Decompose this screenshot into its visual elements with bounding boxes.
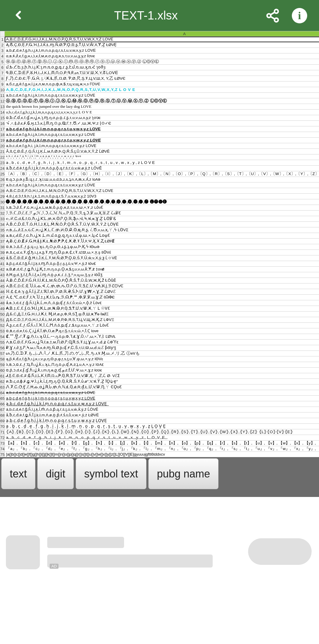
cell[interactable]: Ⓐ,Ⓑ,Ⓒ,Ⓓ,Ⓔ,Ⓕ,Ⓖ,Ⓗ,Ⓘ,Ⓙ,Ⓚ,Ⓛ,Ⓜ,Ⓝ,Ⓞ,Ⓟ,Ⓠ,Ⓡ,Ⓢ,Ⓣ,… <box>5 98 319 104</box>
cell[interactable]: a̯ , b̯ , c̯ , d̯ , e̯ , f̯ , g̯ , h̯ , … <box>5 424 319 429</box>
cell[interactable]: 〔A〕,〔B〕,〔C〕,〔D〕,〔E〕,〔F〕,〔G〕,〔H〕,〔I〕,〔J〕,… <box>5 171 319 177</box>
row-header[interactable]: 75 <box>0 452 5 457</box>
col-header-A[interactable]: A <box>5 31 319 37</box>
cell[interactable]: a,b,c,d,e,f,g,h,i,j,k,l,m,n,o,p,q,r,s,t,… <box>5 396 319 401</box>
cell[interactable]: a,b,ȼ,d,e,f,g,h,ı,j,k,l,m,n,o,p,q,r,s,t,… <box>5 48 319 53</box>
row-header[interactable]: 61 <box>0 373 5 379</box>
row-header[interactable]: 10 <box>0 87 5 93</box>
row-header[interactable]: 11 <box>0 93 5 98</box>
tab-symbol-text[interactable]: symbol text <box>76 458 147 489</box>
cell[interactable]: A,B,C,D,E,F,G,H,I,J,K,L,M,N,O,P,Q,R,S,T,… <box>5 37 319 42</box>
cell[interactable]: ꪊ,⊂,₲,∂,є,₣,₲,ӈ,ɪ,ʖ,ĸ,⌊,ᗰ,ղ,⊙,p,Ҩ,Γ,†,Ծ,… <box>5 121 319 126</box>
cell[interactable]: Â,ß,Ç,Ð,È,ƒ,Ģ,ĥ,î,ĵ,Ķ,Ĺ,м,ñ,Ø,Þ,Q,Ŕ,Š,ţ,… <box>5 149 319 154</box>
row-header[interactable]: 3 <box>0 48 5 53</box>
cell[interactable]: a,b,c,d,e,f,g,h,i,j,k,l,m,n,o,p,q,r,s,t,… <box>5 93 319 98</box>
cell[interactable]: A,Ᏼ,Ͼ,D,Ͼ,₢,Ⴎ,ΰ,ԃ,∢,ℒ,₥,₥,ԉ,℧,Ꮅ,G,ℛ,Ꮥ,Ꮭ,… <box>5 283 319 289</box>
cell[interactable]: Ꮧ,₿,Ͼ,Đ,Є,₣,₲,Ⴌ,ɪ,Ꮣ,Ꮶ,ƚ,ᗰ,Ŋ,ℴ,Ҏ,ℚ,Ꮢ,Ꮥ,Ꭲ,… <box>5 373 319 379</box>
cell[interactable]: Ƒ,乃,Ć,Ð,Є,千,Ǥ,Ĥ, |, ʲ,Ҝ,Ⱡ,爪,Ŋ,Ø, Ƥ,Ø,尺,Ş… <box>5 76 319 81</box>
cell[interactable]: ā,β,ç,d,£,f,ğ,ĥ,ī,ĵ,ķ,ŧ,ɱ,n̄,ō,p,ǭ,ŗ,ş,ţ… <box>5 261 319 267</box>
tab-digit[interactable]: digit <box>37 458 74 489</box>
row-header[interactable]: 7 <box>0 70 5 76</box>
row-header[interactable]: 1 <box>0 37 5 42</box>
row-header[interactable]: 63 <box>0 384 5 390</box>
cell[interactable]: 4,8,(,d,3,f,9,h,!,j,k,1,m,n,0,p,q,r,5,7,… <box>5 194 319 199</box>
cell[interactable]: 『a』, 『b』, 『c』, 『d』, 『e』, 『f』, 『g』, 『h』, … <box>5 446 319 452</box>
cell[interactable]: Â,ʂ,c,d,ℇ,ƒ,Ɠ,ĥ,ı,ǐ,Ҡ,ǐ,ℒ,Ϻ,ñ,ŏ,ҏ,ʠ,ɾ,$,… <box>5 323 319 328</box>
row-header[interactable]: 70 <box>0 424 5 429</box>
tab-text[interactable]: text <box>1 458 35 489</box>
back-button[interactable] <box>12 6 27 25</box>
row-header[interactable]: 46 <box>0 289 5 295</box>
row-header[interactable]: 47 <box>0 295 5 300</box>
cell[interactable]: 【a】, 【b】, 【c】, 【d】, 【e】, 【f】, 【g】, 【h】, … <box>5 441 319 446</box>
cell[interactable]: a,b,c,d,e,f,g,h,i,j,k,l,m,n,o,p,q,r,s,t,… <box>5 182 319 188</box>
cell[interactable]: ɑ,ƅ,ƈ,ɗ,є,f,ɠ,н,ι,ʝ,κ,ʅ,ɱ,η,σ,ρ,ϙ,ɾ,ʂ,τ,… <box>5 115 319 121</box>
row-header[interactable]: 8 <box>0 76 5 81</box>
row-header[interactable]: 16 <box>0 121 5 126</box>
cell[interactable]: the quick brown fox jumped over the lazy… <box>5 104 319 110</box>
cell[interactable]: а,б,с,д,ё,f,g,н,ї,ј,к,л,м,п,о,р,ф,я,$,т,… <box>5 81 319 87</box>
row-header[interactable]: 65 <box>0 396 5 401</box>
row-header[interactable]: 13 <box>0 104 5 110</box>
corner-cell[interactable] <box>0 31 5 37</box>
cell[interactable]: ค,ธ,ς,๔,є,Ŧ,ɠ,ђ,เ,ן,к,ʂ,Ŧ,ɱ,ɳ,ʘ,p,ค,₵,г,… <box>5 250 319 255</box>
cell[interactable]: ᔕ,乃,Ꮯ,ᗪ,₮,も,ふ,Ꮑ,᭄,ノ,₭,Ꮮ,爪,刀,の,ゲ,ふ,尺,ち,ᵵ,… <box>5 351 319 356</box>
share-icon[interactable] <box>265 8 280 23</box>
row-header[interactable]: 72 <box>0 435 5 441</box>
row-header[interactable]: 26 <box>0 177 5 182</box>
cell[interactable]: Ä,Ḃ,Ċ,Ḋ,Ё,Ṫ,Ġ,Ḣ,Ї,J,Ḳ,Ḷ,Ṁ,Ṅ,Ö,Ṗ,Ǫ,Ṙ,Ṡ,Ṫ,… <box>5 222 319 227</box>
row-header[interactable]: 52 <box>0 323 5 328</box>
cell[interactable]: a,Β,ɇ,d,Є,ƒ,ǥ,ɦ,ī,ʝ,Қ,‡,m,η,ο,ρ,Ǫ,я,$,ţ,… <box>5 267 319 272</box>
row-header[interactable]: 51 <box>0 317 5 323</box>
cell[interactable]: Ą,ẞ,Ç,Ð,Ẹ,F,Ǥ,Ή,Ị,Ј,Ќ,Ł,ɱ,Ň,Ø,Ƥ,Ǫ,Ŗ,ʂ,Ť,… <box>5 42 319 48</box>
cell[interactable]: a,b,c,d,e,f,g,h,i,j,k,l,m,n,o,p,q,r,s,t,… <box>5 110 319 115</box>
row-header[interactable]: 20 <box>0 143 5 149</box>
row-header[interactable]: 62 <box>0 379 5 384</box>
cell[interactable]: a,b,c,d,e,f,g,h,i,j,k,l,m,n,o,p,q,r,s,t,… <box>5 132 319 138</box>
cell[interactable]: ℐ,ℬ,ℂ,ⅅ,ℰ,Ɛ,ℱ,ℊ,ℋ,ℐ,ℑ,ℒ,ℳ,ℕ,ℴ,ℙ,ℚ,ℛ,ℛ,ȿ,… <box>5 211 319 216</box>
cell[interactable]: л,ʙ,ム,∂,Σ,ѕ,ɢ,Ϲ,ʜ,ı,ʝ,Ӿ,L,ℂ,₥,И,ʘ,Ք,ʘ,ຊ,… <box>5 227 319 233</box>
cell[interactable]: Ꮑ,₮,Ꮯ,℺,Ӻ,ℰ,Ħ,ԃ,ɑ,ʝ,Ꮢ,Ⴑ,₥,ṅ,ℕ,₤,ℚ,ǿ,R,₫,… <box>5 384 319 390</box>
cell[interactable]: a,b,c,d,e,f,g,h,i, j,k,l,m,n,o,p,q,r,s,t… <box>5 143 319 149</box>
row-header[interactable]: 66 <box>0 401 5 407</box>
cell[interactable]: a⎵,b⎵,c⎵,d⎵,e⎵,f⎵,g⎵,h⎵,i⎵,j⎵,k⎵,l⎵,m⎵,n… <box>5 435 319 441</box>
cell[interactable]: ]a[]b[]c[]d[]e[]f[]g[]h[]i[]j[]k[]l[]m[]… <box>5 452 319 457</box>
cell[interactable]: ⓐ,ⓑ,ⓒ,ⓓ,ⓔ,ⓕ,ⓖ,ⓗ,ⓘ,ⓙ,ⓚ,ⓛ,ⓜ,ⓝ,ⓞ,ⓟ,ⓠ,ⓡ,ⓢ,ⓣ,… <box>5 59 319 65</box>
row-header[interactable]: 30 <box>0 199 5 205</box>
row-header[interactable]: 33 <box>0 216 5 222</box>
cell[interactable]: Ä,₵,℃,d,Є,Ḟ,ℓ,Ϟ,Ⴎ,‡,ȷ,₭,ℓ,Ⴑ,ȵ,ℬ,☊,₱,℠,Փ,… <box>5 295 319 300</box>
row-header[interactable]: 24 <box>0 166 5 171</box>
cell[interactable]: Ā,Ƀ,Č,Ď,Ē,F,Ǧ,Ȟ,ƚ,Ǐ,Ǩ,Ƚ,M,Ň,Ō,P,Ǭ,Ř,Š,Ť,… <box>5 278 319 283</box>
cell[interactable]: ǻ,в,ɔ,d,ɛ,ɼ,ǵ,ĥ,ī,ĵ,ǩ,Ĺ,m,ñ,,ö,ҏ,ʠ,ṟ,ŝ,ť… <box>5 300 319 306</box>
row-header[interactable]: 22 <box>0 154 5 160</box>
row-header[interactable]: 31 <box>0 205 5 211</box>
row-header[interactable]: 23 <box>0 160 5 166</box>
cell[interactable]: λ,ʙ,ɔ,ɑ,ɛ,ƒ,ҵ,ɦ,ι,ʝ,ƙ,ι,ʞ,ʟ,Π,ŋ,օ,ρ,ʠ,ʀ,… <box>5 362 319 368</box>
row-header[interactable]: 6 <box>0 65 5 70</box>
row-header[interactable]: 60 <box>0 368 5 373</box>
cell[interactable]: å,ƀ,ċ,đ,ė,f,ǥ,ĥ,ȉ,ĵ,ķ,ł,m,ň,ø,ǫ,ṗ,ɍ,ṡ,ŧ,… <box>5 413 319 418</box>
row-header[interactable]: 5 <box>0 59 5 65</box>
cell[interactable]: ℮,ℬ,Ꮯ,d,Ꮛ,f,G,ℏ,ı,ʝ,Ƙ,Ꮮ,₥,ℵ,ʘ,Ꮅ,Ǫ,ℝ,ֆ,৳,… <box>5 216 319 222</box>
cell[interactable]: a,b,c,d,e,f,g,h,i,j,k,l,m,n,o,p,q,r,s,t,… <box>5 390 319 396</box>
row-header[interactable]: 64 <box>0 390 5 396</box>
row-header[interactable]: 9 <box>0 81 5 87</box>
row-header[interactable]: 73 <box>0 441 5 446</box>
row-header[interactable]: 44 <box>0 278 5 283</box>
row-header[interactable]: 38 <box>0 244 5 250</box>
cell[interactable]: ℍ,₵,₵,ĕ,ℽ,ĝ,ĥ,ǐ,ɉ,ℤ,ℓ,ℜ,ǐ,₥,ℙ,Ø,ℝ,₴,Ṧ,Ⴡ,… <box>5 289 319 295</box>
row-header[interactable]: 41 <box>0 261 5 267</box>
cell[interactable]: Ą,Ƀ,Ç,Đ,Ɇ,₣,Ǥ,Ħ,ǂ,Ɉ,Ҝ,Ł,₦,Ø,₱,Ҏ,₵,Ӿ,₴,Ŧ,… <box>5 239 319 244</box>
cell[interactable]: a , b , c , d , e , f , g , h , i , j , … <box>5 160 319 166</box>
cell[interactable]: ⦃A⦄,⦃B⦄,⦃C⦄,⦃D⦄,⦃E⦄,⦃F⦄,⦃G⦄,⦃H⦄,⦃I⦄,⦃J⦄,… <box>5 429 319 435</box>
cell[interactable]: a,b,c,d,e,f,g,h,i,j,k,l,m,n,o,p,q,r,s,t,… <box>5 126 319 132</box>
tab-pubg-name[interactable]: pubg name <box>148 458 219 489</box>
row-header[interactable]: 15 <box>0 115 5 121</box>
row-header[interactable]: 57 <box>0 351 5 356</box>
cell[interactable]: A,B,C,D,E,F,G,H,I,J,K,L,M,N,O,P,Q,R,S,T,… <box>5 87 319 93</box>
row-header[interactable]: 58 <box>0 356 5 362</box>
row-header[interactable]: 40 <box>0 255 5 261</box>
cell[interactable]: a,ʙ,ς,Ꮷ,ℇ,ƒ,ɢ,հ,ι,ʝ,ҡ,Ꮮ,ო,մ,օ,ք,զ,ղ,s,τ,… <box>5 233 319 239</box>
row-header[interactable]: 50 <box>0 312 5 317</box>
row-header[interactable]: 2 <box>0 42 5 48</box>
